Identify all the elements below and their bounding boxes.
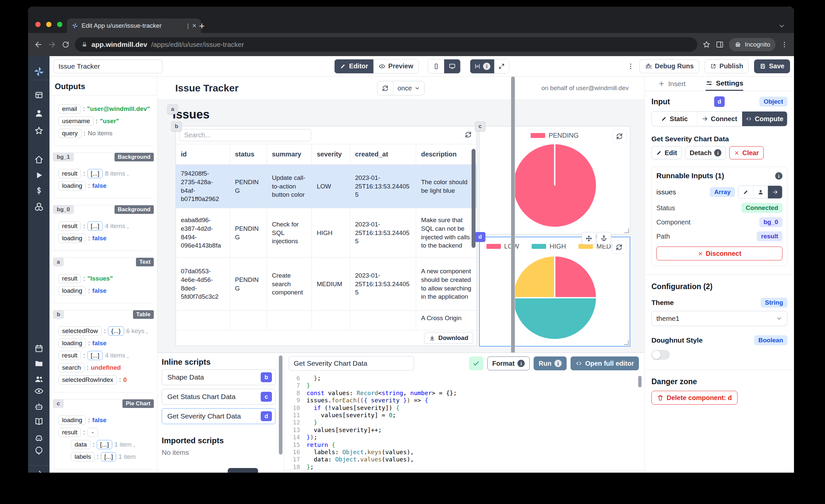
output-row[interactable]: username:"user" — [58, 117, 151, 126]
incognito-badge[interactable]: Incognito — [729, 38, 775, 51]
pie-d-refresh-button[interactable] — [612, 240, 626, 254]
output-collection-pill[interactable]: [...] — [101, 452, 116, 461]
output-collection-pill[interactable]: [...] — [87, 169, 103, 178]
output-row[interactable]: selectedRowIndex:0 — [58, 375, 151, 384]
code-line[interactable]: 11 values[severity] = 0; — [284, 412, 643, 419]
edit-button[interactable]: Edit — [652, 146, 682, 159]
output-key[interactable]: data — [71, 440, 90, 449]
output-component-id[interactable]: c — [53, 400, 64, 408]
output-collection-pill[interactable]: [...] — [87, 351, 103, 360]
close-window-button[interactable] — [35, 22, 41, 27]
preview-mode-button[interactable]: Preview — [374, 59, 419, 73]
clear-button[interactable]: Clear — [729, 146, 763, 159]
output-key[interactable]: loading — [58, 339, 86, 348]
output-row[interactable]: query:No items — [58, 129, 151, 138]
output-component-id[interactable]: a — [53, 258, 64, 266]
output-key[interactable]: selectedRow — [58, 327, 102, 336]
output-key[interactable]: labels — [71, 452, 95, 461]
output-key[interactable]: loading — [58, 181, 86, 191]
debug-runs-button[interactable]: Debug Runs — [640, 59, 699, 73]
discord-icon[interactable] — [34, 434, 44, 443]
collapse-arrow-icon[interactable] — [34, 470, 44, 473]
table-refresh-button[interactable] — [463, 129, 474, 140]
code-line[interactable]: 14}); — [284, 434, 643, 441]
output-key[interactable]: loading — [58, 416, 86, 425]
code-line[interactable]: 6 }; — [284, 375, 643, 382]
runs-icon[interactable] — [34, 171, 44, 180]
disconnect-button[interactable]: Disconnect — [656, 246, 782, 261]
user-icon[interactable] — [34, 109, 44, 118]
minimize-window-button[interactable] — [46, 22, 52, 27]
code-line[interactable]: 9issues.forEach(({ severity }) => { — [284, 397, 643, 404]
output-key[interactable]: result — [58, 221, 81, 231]
docs-icon[interactable] — [34, 417, 44, 426]
user-source-button[interactable] — [753, 186, 768, 198]
editor-scroll-indicator[interactable] — [638, 376, 642, 387]
output-row[interactable]: result:"Issues" — [58, 274, 151, 283]
publish-button[interactable]: Publish — [704, 59, 749, 73]
browser-tab[interactable]: Edit App u/user/issue-tracker | × — [67, 18, 201, 33]
open-full-editor-button[interactable]: Open full editor — [571, 356, 639, 370]
connect-mode-button[interactable]: Connect — [697, 112, 742, 126]
table-row[interactable]: eaba8d96-e387-4d2d-8494-096e4143b8faPEND… — [176, 208, 476, 258]
bookmark-star-icon[interactable] — [702, 41, 710, 49]
doughnut-style-toggle[interactable] — [652, 350, 670, 360]
mobile-view-button[interactable] — [428, 59, 444, 73]
compute-mode-button[interactable]: Compute — [742, 112, 787, 126]
output-collection-pill[interactable]: [...] — [87, 221, 103, 231]
output-collection-pill[interactable]: {...} — [108, 327, 124, 336]
connect-source-button[interactable] — [768, 186, 782, 198]
back-icon[interactable] — [34, 40, 43, 49]
tab-settings[interactable]: Settings — [705, 80, 744, 91]
output-component-id[interactable]: b — [53, 310, 64, 319]
save-button[interactable]: Save — [754, 59, 790, 73]
output-key[interactable]: result — [58, 351, 81, 360]
run-button[interactable]: Runi — [534, 356, 567, 370]
output-key[interactable]: loading — [58, 234, 86, 243]
output-row[interactable]: selectedRow:{...}6 keys , — [58, 327, 151, 336]
github-icon[interactable] — [34, 446, 44, 455]
new-tab-button[interactable]: + — [199, 20, 205, 32]
output-row[interactable]: loading:false — [58, 286, 151, 295]
layout-guides-button[interactable]: i — [470, 59, 494, 73]
output-key[interactable]: loading — [58, 286, 86, 295]
delete-component-button[interactable]: Delete component: d — [652, 391, 738, 405]
scripts-scrollbar[interactable] — [279, 355, 283, 454]
side-panel-icon[interactable] — [716, 41, 724, 49]
inline-script-item[interactable]: Get Status Chart Datac — [162, 389, 276, 405]
output-row[interactable]: result:[...]4 items , — [58, 351, 151, 360]
reload-icon[interactable] — [62, 41, 70, 49]
output-row[interactable]: result:[...]4 items , — [58, 221, 151, 231]
tab-insert[interactable]: Insert — [658, 80, 686, 91]
editor-mode-button[interactable]: Editor — [334, 59, 374, 73]
output-row[interactable]: loading:false — [58, 234, 151, 243]
refresh-all-button[interactable] — [378, 81, 393, 95]
code-line[interactable]: 13 values[severity]++; — [284, 426, 643, 434]
table-row[interactable]: 07da0553-4e6e-4d56-8ded-5fd0f7d5c3c2PEND… — [176, 258, 476, 310]
address-bar[interactable]: app.windmill.dev/apps/edit/u/user/issue-… — [75, 37, 697, 52]
detach-button[interactable]: Detachi — [685, 146, 726, 159]
tab-list-chevron-icon[interactable] — [778, 22, 785, 30]
pie-c-refresh-button[interactable] — [612, 130, 627, 143]
output-row[interactable]: labels:[...]1 item — [71, 452, 151, 461]
tab-close-icon[interactable]: × — [192, 21, 196, 30]
output-collection-pill[interactable]: [...] — [97, 440, 112, 449]
move-component-handle[interactable] — [582, 232, 596, 244]
output-key[interactable]: email — [58, 104, 80, 114]
home-icon[interactable] — [34, 155, 44, 164]
code-line[interactable]: 15return { — [284, 441, 643, 448]
output-key[interactable]: selectedRowIndex — [58, 375, 117, 384]
table-row[interactable]: A Cross Origin — [176, 310, 476, 331]
output-key[interactable]: result — [58, 428, 81, 437]
static-source-button[interactable] — [739, 186, 753, 198]
output-key[interactable]: result — [58, 274, 81, 283]
column-header-description[interactable]: description — [416, 144, 476, 164]
workers-icon[interactable] — [34, 402, 44, 411]
more-options-icon[interactable] — [627, 63, 634, 70]
code-line[interactable]: 17 data: Object.values(values), — [284, 456, 643, 463]
favorites-star-icon[interactable] — [34, 126, 44, 135]
column-header-severity[interactable]: severity — [312, 144, 350, 164]
anchor-component-button[interactable] — [597, 232, 611, 244]
output-row[interactable]: email:"user@windmill.dev" — [58, 104, 151, 114]
code-line[interactable]: 18}; — [284, 463, 643, 470]
